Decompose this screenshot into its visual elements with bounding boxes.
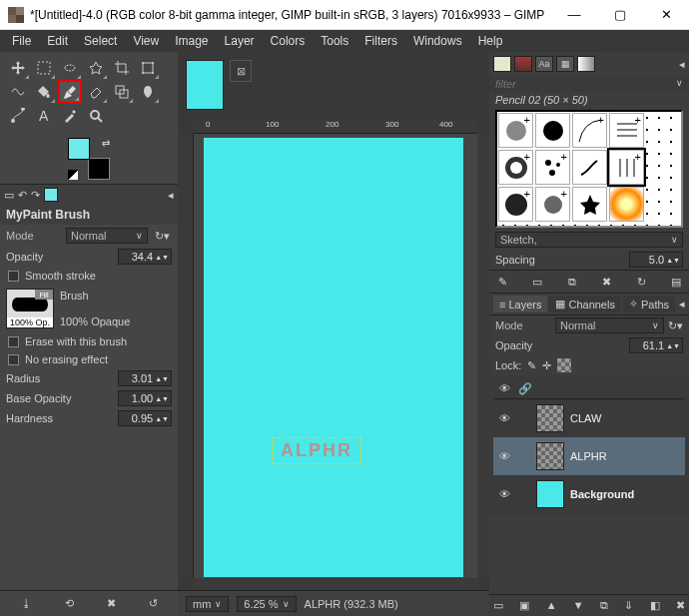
tool-warp[interactable] xyxy=(6,80,30,104)
layer-name[interactable]: CLAW xyxy=(570,412,601,424)
menu-select[interactable]: Select xyxy=(78,32,123,50)
mode-dropdown[interactable]: Normal∨ xyxy=(66,228,148,244)
brush-preview[interactable]: Fill 100% Op. xyxy=(6,289,54,328)
lock-alpha-icon[interactable] xyxy=(557,358,571,372)
fg-color[interactable] xyxy=(68,138,90,160)
tool-crop[interactable] xyxy=(110,56,134,80)
default-colors-icon[interactable] xyxy=(68,170,78,180)
lock-pixels-icon[interactable]: ✎ xyxy=(527,359,536,372)
tool-zoom[interactable] xyxy=(84,104,108,128)
menu-view[interactable]: View xyxy=(127,32,165,50)
edit-brush-icon[interactable]: ✎ xyxy=(493,274,511,290)
filter-dropdown-icon[interactable]: ∨ xyxy=(676,78,683,90)
brushes-tab-icon[interactable] xyxy=(493,56,511,72)
canvas-area[interactable]: ALPHR xyxy=(194,134,477,578)
active-color-swatch[interactable] xyxy=(44,188,58,202)
bg-color[interactable] xyxy=(88,158,110,180)
save-preset-icon[interactable]: ⭳ xyxy=(21,597,32,610)
merge-down-icon[interactable]: ⇓ xyxy=(624,599,633,612)
delete-layer-icon[interactable]: ✖ xyxy=(676,599,685,612)
mask-icon[interactable]: ◧ xyxy=(650,599,660,612)
tool-free-select[interactable] xyxy=(58,56,82,80)
master-link-icon[interactable]: 🔗 xyxy=(518,382,530,395)
tool-mypaint-brush[interactable] xyxy=(58,80,82,104)
new-layer-icon[interactable]: ▭ xyxy=(493,599,503,612)
reset-icon[interactable]: ↺ xyxy=(149,597,158,610)
layer-row[interactable]: 👁 Background xyxy=(493,475,685,513)
lower-layer-icon[interactable]: ▼ xyxy=(573,599,584,612)
hardness-input[interactable]: 0.95▲▼ xyxy=(118,410,172,426)
ruler-horizontal[interactable]: 0 100 200 300 400 xyxy=(194,118,477,134)
layer-thumbnail[interactable] xyxy=(536,404,564,432)
document-thumbnail[interactable] xyxy=(186,60,224,110)
new-group-icon[interactable]: ▣ xyxy=(519,599,529,612)
layer-thumbnail[interactable] xyxy=(536,480,564,508)
master-visibility-icon[interactable]: 👁 xyxy=(496,382,512,394)
open-brush-icon[interactable]: ▤ xyxy=(667,274,685,290)
close-document-icon[interactable]: ⊠ xyxy=(230,60,252,82)
history-tab-icon[interactable]: ▦ xyxy=(556,56,574,72)
canvas[interactable]: ALPHR xyxy=(204,138,463,577)
tool-eraser[interactable] xyxy=(84,80,108,104)
menu-tools[interactable]: Tools xyxy=(315,32,354,50)
opacity-input[interactable]: 34.4▲▼ xyxy=(118,249,172,265)
no-erasing-checkbox[interactable]: No erasing effect xyxy=(0,350,178,368)
scrollbar-horizontal[interactable] xyxy=(194,578,477,590)
tool-color-picker[interactable] xyxy=(58,104,82,128)
tool-paths[interactable] xyxy=(6,104,30,128)
unit-dropdown[interactable]: mm∨ xyxy=(186,596,229,612)
brush-category-dropdown[interactable]: Sketch,∨ xyxy=(495,232,683,248)
menu-help[interactable]: Help xyxy=(472,32,509,50)
layer-row[interactable]: 👁 CLAW xyxy=(493,399,685,437)
menu-colors[interactable]: Colors xyxy=(265,32,312,50)
close-button[interactable]: ✕ xyxy=(643,0,689,29)
tool-clone[interactable] xyxy=(110,80,134,104)
tool-text[interactable]: A xyxy=(32,104,56,128)
maximize-button[interactable]: ▢ xyxy=(597,0,643,29)
delete-brush-icon[interactable]: ✖ xyxy=(597,274,615,290)
spacing-input[interactable]: 5.0▲▼ xyxy=(629,252,683,268)
tool-fuzzy-select[interactable] xyxy=(84,56,108,80)
lock-position-icon[interactable]: ✛ xyxy=(542,359,551,372)
layer-opacity-input[interactable]: 61.1▲▼ xyxy=(629,337,683,353)
radius-input[interactable]: 3.01▲▼ xyxy=(118,370,172,386)
layer-mode-reset-icon[interactable]: ↻▾ xyxy=(668,319,683,332)
duplicate-layer-icon[interactable]: ⧉ xyxy=(600,599,608,612)
base-opacity-input[interactable]: 1.00▲▼ xyxy=(118,390,172,406)
menu-file[interactable]: File xyxy=(6,32,37,50)
visibility-icon[interactable]: 👁 xyxy=(496,488,512,500)
layer-name[interactable]: Background xyxy=(570,488,634,500)
layers-menu-icon[interactable]: ◂ xyxy=(677,296,687,312)
minimize-button[interactable]: — xyxy=(551,0,597,29)
options-tab-icon[interactable]: ▭ xyxy=(4,189,14,202)
erase-with-brush-checkbox[interactable]: Erase with this brush xyxy=(0,332,178,350)
tool-bucket-fill[interactable] xyxy=(32,80,56,104)
delete-preset-icon[interactable]: ✖ xyxy=(107,597,116,610)
visibility-icon[interactable]: 👁 xyxy=(496,412,512,424)
tool-transform[interactable] xyxy=(136,56,160,80)
dock-menu-icon[interactable]: ◂ xyxy=(168,189,174,202)
layer-name[interactable]: ALPHR xyxy=(570,450,607,462)
tool-rect-select[interactable] xyxy=(32,56,56,80)
tool-smudge[interactable] xyxy=(136,80,160,104)
raise-layer-icon[interactable]: ▲ xyxy=(546,599,557,612)
smooth-stroke-checkbox[interactable]: Smooth stroke xyxy=(0,267,178,285)
mode-reset-icon[interactable]: ↻▾ xyxy=(152,227,172,245)
tab-channels[interactable]: ▦Channels xyxy=(549,296,620,312)
gradients-tab-icon[interactable] xyxy=(577,56,595,72)
brush-filter-input[interactable] xyxy=(495,78,676,90)
tab-paths[interactable]: ✧Paths xyxy=(623,296,675,312)
color-swatch[interactable]: ⇄ xyxy=(68,138,110,180)
zoom-dropdown[interactable]: 6.25 %∨ xyxy=(237,596,296,612)
menu-filters[interactable]: Filters xyxy=(358,32,403,50)
visibility-icon[interactable]: 👁 xyxy=(496,450,512,462)
dock-menu-right-icon[interactable]: ◂ xyxy=(679,58,685,71)
brush-grid[interactable]: + + + + + + + + xyxy=(495,110,683,228)
layer-mode-dropdown[interactable]: Normal∨ xyxy=(555,317,664,333)
tab-layers[interactable]: ≡Layers xyxy=(493,296,547,312)
restore-preset-icon[interactable]: ⟲ xyxy=(65,597,74,610)
redo-icon[interactable]: ↷ xyxy=(31,189,40,202)
layer-row[interactable]: 👁 ALPHR xyxy=(493,437,685,475)
menu-image[interactable]: Image xyxy=(169,32,214,50)
patterns-tab-icon[interactable] xyxy=(514,56,532,72)
